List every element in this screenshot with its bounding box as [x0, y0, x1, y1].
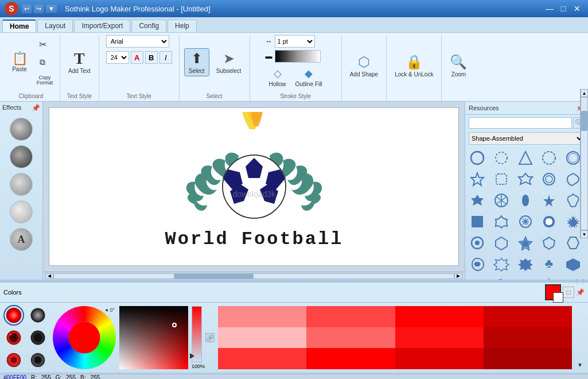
opacity-track[interactable] [192, 306, 202, 362]
bold-button[interactable]: B [145, 51, 158, 64]
stroke-size-selector[interactable]: 1 pt [275, 35, 315, 48]
resource-item[interactable] [539, 148, 559, 168]
resource-item[interactable] [468, 233, 487, 253]
swatch-lighter-red[interactable] [218, 327, 306, 349]
color-dropdown-btn[interactable] [575, 306, 585, 369]
close-button[interactable]: ✕ [571, 2, 583, 15]
effect-circle-4[interactable] [10, 200, 33, 223]
resources-search-input[interactable] [469, 117, 572, 129]
resource-item[interactable] [516, 169, 535, 189]
tab-config[interactable]: Config [131, 20, 166, 32]
resource-item[interactable] [539, 276, 559, 280]
tab-layout[interactable]: Layout [37, 20, 73, 32]
resources-scroll-up[interactable]: ▲ [581, 89, 588, 97]
zoom-button[interactable]: 🔍 Zoom [446, 52, 470, 80]
effect-text-a[interactable]: A [10, 228, 33, 251]
copy-button[interactable]: ⧉ [34, 55, 50, 71]
resource-item[interactable] [492, 254, 511, 274]
resource-item[interactable] [516, 148, 535, 168]
canvas-scrollbar-h[interactable]: ◀ ▶ [43, 272, 465, 280]
qat-dropdown[interactable]: ▼ [46, 5, 57, 13]
resource-item[interactable] [539, 212, 559, 231]
resource-item[interactable] [539, 233, 559, 253]
resource-item[interactable] [468, 212, 487, 231]
resource-item[interactable] [468, 148, 487, 168]
canvas-container[interactable]: download3k World Football [49, 107, 459, 266]
resources-filter-select[interactable]: Shape-Assembled [469, 132, 585, 145]
color-picker-box[interactable] [119, 306, 188, 369]
color-preset-red-ring[interactable] [3, 327, 24, 348]
resource-item[interactable] [516, 191, 535, 210]
add-shape-button[interactable]: ⬡ Add Shape [346, 52, 382, 80]
outline-fill-button[interactable]: ◆ Outline Fill [292, 65, 326, 90]
swatch-dark-red[interactable] [484, 306, 572, 327]
swatch-light-medium-red[interactable] [306, 327, 395, 349]
resource-item[interactable] [563, 254, 583, 274]
opacity-slider[interactable]: 100% [192, 306, 202, 369]
cut-button[interactable]: ✂ [34, 37, 50, 53]
effect-circle-2[interactable] [10, 145, 33, 168]
color-preset-red-circle[interactable] [3, 305, 24, 326]
tab-import-export[interactable]: Import/Export [74, 20, 130, 32]
swatch-vivid-red[interactable] [395, 327, 484, 349]
resource-item[interactable] [492, 276, 511, 280]
color-fg-indicator[interactable] [545, 284, 561, 300]
swatch-pure-red[interactable] [306, 348, 395, 369]
tab-help[interactable]: Help [168, 20, 197, 32]
swatch-light-red[interactable] [218, 306, 306, 327]
resource-item[interactable] [539, 191, 559, 210]
resource-item[interactable] [516, 212, 535, 231]
quick-access-toolbar[interactable]: ↩ ↪ ▼ [22, 5, 57, 13]
color-preset-dark-circle[interactable] [28, 305, 48, 326]
paste-button[interactable]: 📋 Paste [7, 50, 32, 75]
colors-pin[interactable]: 📌 [576, 288, 585, 296]
subselect-button[interactable]: ➤ Subselect [213, 48, 245, 76]
minimize-button[interactable]: — [543, 2, 556, 15]
stroke-color-display[interactable] [275, 50, 321, 63]
scroll-left-btn[interactable]: ◀ [45, 273, 53, 279]
resource-item[interactable] [516, 233, 535, 253]
resources-scroll-track[interactable] [581, 97, 588, 230]
maximize-button[interactable]: □ [557, 2, 570, 15]
swatch-medium-red[interactable] [306, 306, 395, 327]
effect-circle-3[interactable] [10, 173, 33, 196]
lock-unlock-button[interactable]: 🔒 Lock & UnLock [391, 52, 437, 80]
resource-item[interactable] [492, 212, 511, 231]
resource-item[interactable] [539, 169, 559, 189]
swatch-near-red[interactable] [218, 348, 306, 369]
add-text-button[interactable]: T Add Text [65, 48, 94, 76]
resource-item[interactable] [492, 191, 511, 210]
resource-item[interactable] [516, 254, 535, 274]
select-button[interactable]: ⬆ Select [184, 48, 209, 76]
scroll-track-h[interactable] [53, 273, 454, 279]
swatch-deeper-red[interactable] [484, 327, 572, 349]
undo-button[interactable]: ↩ [22, 5, 32, 13]
color-preset-dark-ring[interactable] [28, 327, 48, 348]
swatch-deep-red[interactable] [395, 348, 484, 369]
resources-scrollbar[interactable]: ▲ ▼ [580, 89, 588, 238]
color-preset-gear2[interactable] [28, 350, 48, 370]
resource-item[interactable]: ♣ [539, 254, 559, 274]
color-transparent-indicator[interactable]: □ [563, 287, 574, 298]
resources-scroll-down[interactable]: ▼ [581, 230, 588, 238]
resource-item[interactable] [492, 148, 511, 168]
resource-item[interactable] [516, 276, 535, 280]
resource-item[interactable] [468, 254, 487, 274]
window-controls[interactable]: — □ ✕ [543, 2, 583, 15]
swatch-red[interactable] [395, 306, 484, 327]
color-text-button[interactable]: A [131, 51, 143, 64]
resource-item[interactable] [492, 233, 511, 253]
redo-button[interactable]: ↪ [34, 5, 44, 13]
scroll-right-btn[interactable]: ▶ [454, 273, 462, 279]
tab-home[interactable]: Home [2, 20, 36, 32]
color-bg-indicator[interactable] [553, 292, 563, 303]
copy-format-button[interactable]: Copy Format [34, 72, 55, 88]
resource-item[interactable] [492, 169, 511, 189]
font-size-selector[interactable]: 24 [106, 51, 129, 64]
color-wheel-wrap[interactable]: ● 0° [53, 306, 116, 369]
italic-button[interactable]: I [159, 51, 172, 64]
resource-item[interactable] [468, 169, 487, 189]
effects-pin[interactable]: 📌 [32, 104, 40, 112]
swatch-darkest-red[interactable] [484, 348, 572, 369]
hollow-button[interactable]: ◇ Hollow [266, 65, 290, 90]
